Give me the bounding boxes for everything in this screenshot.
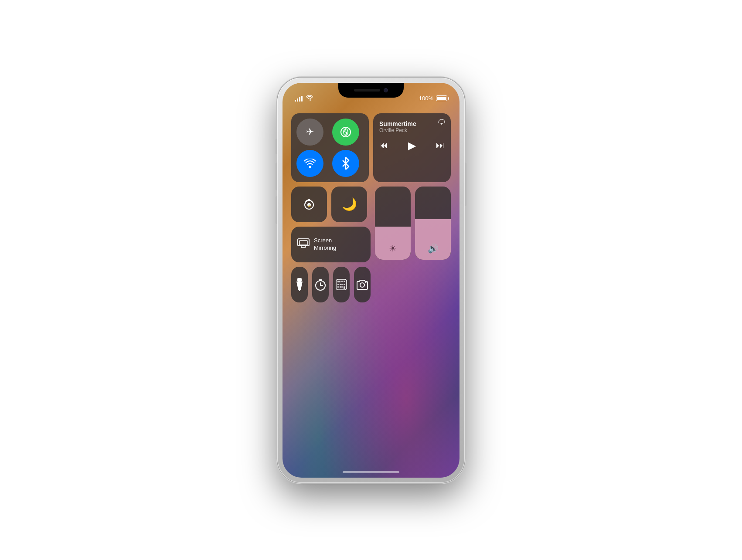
brightness-slider[interactable]: ☀ bbox=[375, 187, 411, 260]
svg-point-29 bbox=[365, 282, 367, 283]
do-not-disturb-button[interactable]: 🌙 bbox=[331, 187, 367, 222]
home-indicator[interactable] bbox=[343, 471, 399, 473]
calculator-button[interactable] bbox=[333, 267, 350, 302]
svg-marker-10 bbox=[296, 282, 303, 288]
svg-rect-23 bbox=[344, 284, 345, 285]
svg-rect-21 bbox=[340, 284, 341, 285]
signal-bars-icon bbox=[295, 95, 303, 102]
bluetooth-button[interactable] bbox=[332, 150, 359, 177]
cc-row-4 bbox=[291, 267, 371, 302]
camera-button[interactable] bbox=[354, 267, 371, 302]
battery-percentage: 100% bbox=[419, 95, 433, 102]
airplay-icon[interactable] bbox=[438, 118, 446, 127]
wifi-status-icon bbox=[306, 95, 313, 102]
svg-rect-7 bbox=[300, 241, 307, 245]
svg-rect-22 bbox=[341, 284, 343, 285]
connectivity-tile[interactable]: ✈ bbox=[291, 113, 369, 182]
cc-row-1: ✈ bbox=[291, 113, 451, 182]
status-left bbox=[295, 95, 313, 102]
svg-rect-20 bbox=[337, 284, 339, 285]
svg-rect-19 bbox=[344, 281, 345, 282]
screen-mirroring-icon bbox=[297, 238, 310, 251]
flashlight-button[interactable] bbox=[291, 267, 308, 302]
airplane-mode-button[interactable]: ✈ bbox=[296, 119, 323, 146]
cc-row-3: Screen Mirroring bbox=[291, 227, 371, 262]
volume-fill bbox=[415, 219, 451, 259]
cc-mid-section: 🔒 🌙 bbox=[291, 187, 451, 302]
svg-text:🔒: 🔒 bbox=[308, 204, 311, 207]
notch bbox=[338, 83, 404, 98]
signal-bar-4 bbox=[301, 96, 303, 102]
svg-rect-11 bbox=[298, 288, 301, 290]
svg-rect-18 bbox=[341, 281, 343, 282]
battery-fill bbox=[437, 97, 446, 100]
control-center: ✈ bbox=[291, 113, 451, 302]
sliders-panel: ☀ 🔊 bbox=[375, 187, 451, 260]
svg-rect-25 bbox=[340, 286, 341, 288]
cc-row-2: 🔒 🌙 bbox=[291, 187, 371, 222]
svg-rect-8 bbox=[301, 246, 306, 248]
music-controls: ⏮ ▶ ⏭ bbox=[379, 139, 445, 152]
battery-icon bbox=[436, 95, 447, 101]
svg-rect-9 bbox=[297, 278, 302, 282]
mute-button[interactable] bbox=[276, 139, 277, 154]
status-right: 100% bbox=[419, 95, 447, 102]
slider-pair: ☀ 🔊 bbox=[375, 187, 451, 260]
svg-rect-24 bbox=[337, 286, 339, 288]
rotation-lock-button[interactable]: 🔒 bbox=[291, 187, 327, 222]
cellular-button[interactable] bbox=[332, 119, 359, 146]
volume-down-button[interactable] bbox=[276, 196, 277, 224]
power-button[interactable] bbox=[465, 163, 466, 206]
svg-rect-27 bbox=[344, 286, 345, 289]
volume-slider[interactable]: 🔊 bbox=[415, 187, 451, 260]
music-title: Summertime bbox=[379, 120, 445, 127]
screen-mirroring-label: Screen Mirroring bbox=[314, 237, 336, 252]
signal-bar-2 bbox=[297, 98, 298, 102]
svg-rect-17 bbox=[337, 281, 340, 282]
front-camera bbox=[384, 88, 388, 92]
signal-bar-1 bbox=[295, 100, 296, 102]
volume-up-button[interactable] bbox=[276, 163, 277, 190]
speaker-grille bbox=[354, 89, 380, 92]
play-button[interactable]: ▶ bbox=[408, 139, 416, 152]
phone-device: 100% ✈ bbox=[277, 78, 465, 483]
music-tile[interactable]: Summertime Orville Peck ⏮ ▶ ⏭ bbox=[373, 113, 451, 182]
screen-mirroring-button[interactable]: Screen Mirroring bbox=[291, 227, 371, 262]
wifi-button[interactable] bbox=[296, 150, 323, 177]
brightness-icon: ☀ bbox=[389, 243, 397, 254]
svg-point-28 bbox=[360, 283, 364, 287]
svg-point-2 bbox=[309, 166, 311, 168]
fast-forward-button[interactable]: ⏭ bbox=[436, 140, 445, 150]
rewind-button[interactable]: ⏮ bbox=[379, 140, 388, 150]
timer-button[interactable] bbox=[312, 267, 329, 302]
phone-screen: 100% ✈ bbox=[283, 83, 459, 478]
signal-bar-3 bbox=[299, 97, 300, 102]
volume-icon: 🔊 bbox=[428, 243, 439, 254]
music-artist: Orville Peck bbox=[379, 127, 445, 133]
cc-left-panel: 🔒 🌙 bbox=[291, 187, 371, 302]
svg-rect-26 bbox=[341, 286, 343, 288]
